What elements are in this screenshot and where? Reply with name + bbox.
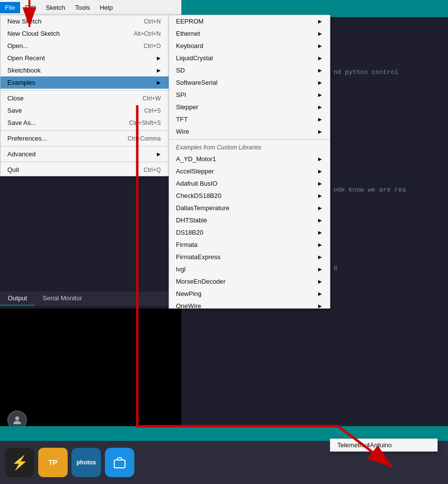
menu-item-newping[interactable]: NewPing ▶: [169, 288, 330, 300]
taskbar-usb[interactable]: ⚡: [5, 448, 34, 477]
menu-divider-3: [0, 146, 169, 146]
menu-file[interactable]: File: [0, 2, 20, 13]
output-tabs: Output Serial Monitor: [0, 291, 181, 306]
menu-item-ayd-motor1[interactable]: A_YD_Motor1 ▶: [169, 153, 330, 165]
menu-item-new-cloud-sketch[interactable]: New Cloud Sketch Alt+Ctrl+N: [0, 27, 169, 40]
menu-divider-1: [0, 90, 169, 91]
menu-edit[interactable]: Edit: [20, 2, 41, 13]
custom-libraries-label: Examples from Custom Libraries: [169, 141, 330, 153]
code-comment-right3: d: [333, 265, 337, 272]
menu-divider-4: [0, 162, 169, 162]
menu-item-eeprom[interactable]: EEPROM ▶: [169, 15, 330, 27]
svg-point-0: [15, 416, 19, 420]
menu-item-save-as[interactable]: Save As... Ctrl+Shift+S: [0, 117, 169, 129]
menu-item-sketchbook[interactable]: Sketchbook ▶: [0, 64, 169, 76]
menu-item-lvgl[interactable]: lvgl ▶: [169, 263, 330, 275]
menu-item-close[interactable]: Close Ctrl+W: [0, 92, 169, 104]
menu-item-keyboard[interactable]: Keyboard ▶: [169, 40, 330, 52]
menu-help[interactable]: Help: [95, 2, 118, 13]
menu-item-onewire[interactable]: OneWire ▶: [169, 300, 330, 309]
menu-sketch[interactable]: Sketch: [41, 2, 70, 13]
code-comment-right: nd python control: [333, 69, 398, 76]
tab-serial-monitor[interactable]: Serial Monitor: [35, 291, 90, 306]
menu-item-quit[interactable]: Quit Ctrl+Q: [0, 164, 169, 176]
menu-item-ethernet[interactable]: Ethernet ▶: [169, 27, 330, 40]
menu-item-morseendecoder[interactable]: MorseEnDecoder ▶: [169, 275, 330, 288]
menu-item-checkds18b20[interactable]: CheckDS18B20 ▶: [169, 190, 330, 202]
file-menu: New Sketch Ctrl+N New Cloud Sketch Alt+C…: [0, 15, 169, 176]
output-console: [0, 309, 181, 435]
menu-item-save[interactable]: Save Ctrl+S: [0, 104, 169, 117]
menu-tools[interactable]: Tools: [70, 2, 95, 13]
menu-item-stepper[interactable]: Stepper ▶: [169, 101, 330, 113]
menu-item-new-sketch[interactable]: New Sketch Ctrl+N: [0, 15, 169, 27]
menu-item-spi[interactable]: SPI ▶: [169, 89, 330, 101]
tab-output[interactable]: Output: [0, 291, 35, 306]
taskbar-tp[interactable]: TP: [38, 448, 68, 477]
menu-item-ds18b20[interactable]: DS18B20 ▶: [169, 226, 330, 239]
telemetrix-submenu: Telemetrix4Arduino: [330, 438, 438, 452]
menu-item-sd[interactable]: SD ▶: [169, 64, 330, 76]
menu-item-firmata[interactable]: Firmata ▶: [169, 239, 330, 251]
menu-divider-2: [0, 130, 169, 131]
menu-item-telemetrix4arduino-entry[interactable]: Telemetrix4Arduino: [330, 439, 437, 451]
menu-divider-examples: [169, 139, 330, 140]
menu-item-adafruit-busio[interactable]: Adafruit BusIO ▶: [169, 177, 330, 190]
menu-item-open-recent[interactable]: Open Recent ▶: [0, 52, 169, 64]
taskbar-photos[interactable]: photos: [72, 448, 101, 477]
menu-item-dhtstable[interactable]: DHTStable ▶: [169, 214, 330, 226]
menu-item-liquidcrystal[interactable]: LiquidCrystal ▶: [169, 52, 330, 64]
menu-item-firmataexpress[interactable]: FirmataExpress ▶: [169, 251, 330, 263]
svg-rect-1: [114, 460, 125, 468]
taskbar-store[interactable]: [105, 448, 134, 477]
menu-item-dallas[interactable]: DallasTemperature ▶: [169, 202, 330, 214]
menu-item-open[interactable]: Open... Ctrl+O: [0, 40, 169, 52]
menu-item-preferences[interactable]: Preferences... Ctrl+Comma: [0, 132, 169, 145]
menu-bar: File Edit Sketch Tools Help: [0, 0, 181, 15]
menu-item-advanced[interactable]: Advanced ▶: [0, 148, 169, 160]
menu-item-softwareserial[interactable]: SoftwareSerial ▶: [169, 76, 330, 89]
menu-item-examples[interactable]: Examples ▶: [0, 76, 169, 89]
menu-item-wire[interactable]: Wire ▶: [169, 125, 330, 138]
code-comment-right2: ode know we are rea: [333, 186, 406, 194]
examples-submenu: EEPROM ▶ Ethernet ▶ Keyboard ▶ LiquidCry…: [169, 15, 330, 309]
menu-item-accelstepper[interactable]: AccelStepper ▶: [169, 165, 330, 177]
menu-item-tft[interactable]: TFT ▶: [169, 113, 330, 125]
